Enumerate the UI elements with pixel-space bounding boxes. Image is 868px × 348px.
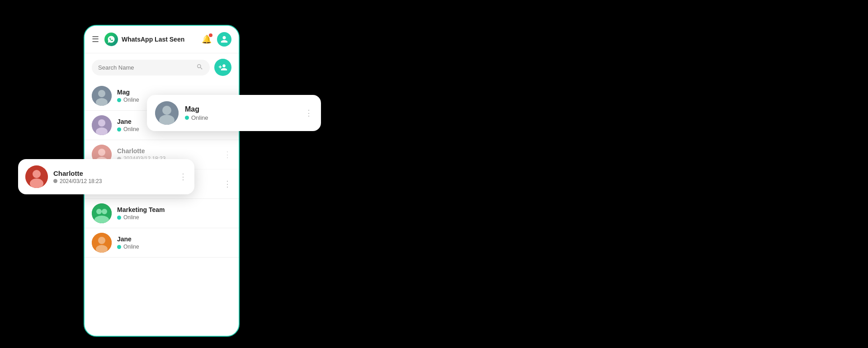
contact-info-marketing: Marketing Team Online	[117, 206, 231, 221]
avatar-jane	[92, 115, 112, 135]
avatar-jane2	[92, 233, 112, 253]
charlotte-popup-card: Charlotte 2024/03/12 18:23 ⋮	[18, 159, 194, 194]
svg-point-13	[96, 209, 102, 214]
contact-status-jane2: Online	[117, 244, 231, 250]
mag-popup-name: Mag	[185, 105, 298, 113]
app-header: ☰ WhatsApp Last Seen 🔔	[85, 26, 239, 53]
mag-popup-status-dot	[185, 116, 189, 120]
svg-point-4	[98, 119, 105, 127]
add-contact-button[interactable]	[214, 59, 231, 76]
svg-point-17	[98, 237, 105, 244]
contact-name-charlotte-list: Charlotte	[117, 147, 218, 155]
avatar-charlotte-popup	[25, 165, 48, 188]
charlotte-popup-status-dot	[53, 179, 57, 183]
search-icon	[196, 63, 203, 72]
mag-popup-info: Mag Online	[185, 105, 298, 121]
avatar-mag-popup	[155, 101, 179, 125]
contact-info-jane2: Jane Online	[117, 235, 231, 250]
search-bar	[85, 53, 239, 81]
more-icon-bob[interactable]: ⋮	[223, 179, 231, 189]
mag-popup-card: Mag Online ⋮	[147, 95, 321, 131]
charlotte-popup-name: Charlotte	[53, 169, 174, 177]
svg-point-20	[33, 170, 41, 178]
more-icon-charlotte[interactable]: ⋮	[223, 150, 231, 160]
app-logo	[104, 33, 118, 46]
svg-point-7	[98, 149, 105, 156]
contact-item-marketing[interactable]: Marketing Team Online	[85, 199, 239, 228]
app-title: WhatsApp Last Seen	[122, 36, 196, 43]
mag-popup-status: Online	[185, 114, 298, 121]
profile-icon[interactable]	[217, 32, 231, 47]
mag-popup-status-text: Online	[191, 114, 208, 121]
notification-bell[interactable]: 🔔	[200, 33, 213, 46]
avatar-mag	[92, 86, 112, 106]
more-icon-mag-popup[interactable]: ⋮	[305, 108, 313, 118]
contact-name-jane2: Jane	[117, 235, 231, 243]
contact-status-marketing: Online	[117, 214, 231, 221]
hamburger-icon[interactable]: ☰	[92, 34, 99, 44]
status-dot-jane2	[117, 245, 121, 249]
charlotte-popup-info: Charlotte 2024/03/12 18:23	[53, 169, 174, 184]
more-icon-charlotte-popup[interactable]: ⋮	[179, 172, 187, 182]
status-dot-mag	[117, 98, 121, 102]
svg-point-21	[30, 179, 43, 188]
contact-name-marketing: Marketing Team	[117, 206, 231, 213]
status-dot-marketing	[117, 216, 121, 220]
status-dot-jane	[117, 127, 121, 132]
search-input[interactable]	[98, 64, 193, 71]
svg-point-14	[102, 209, 107, 214]
charlotte-popup-status-text: 2024/03/12 18:23	[60, 178, 102, 184]
contact-item-jane2[interactable]: Jane Online	[85, 228, 239, 258]
svg-point-1	[98, 90, 105, 97]
search-input-wrap[interactable]	[92, 60, 210, 75]
notification-badge	[209, 33, 212, 37]
svg-point-23	[162, 106, 171, 115]
avatar-marketing	[92, 203, 112, 223]
charlotte-popup-status: 2024/03/12 18:23	[53, 178, 174, 184]
